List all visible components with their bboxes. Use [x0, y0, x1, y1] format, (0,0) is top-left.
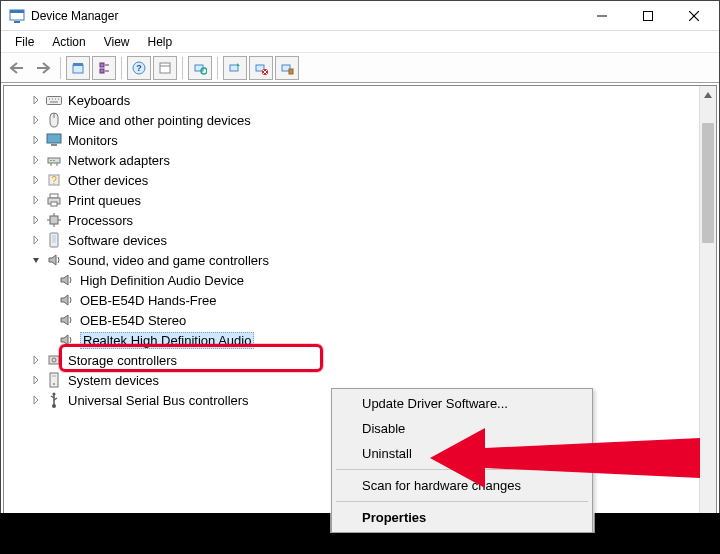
tree-node-print-queues[interactable]: Print queues: [12, 190, 699, 210]
cpu-icon: [46, 212, 62, 228]
svg-rect-33: [47, 134, 61, 143]
speaker-icon: [58, 292, 74, 308]
chevron-down-icon[interactable]: [30, 254, 42, 266]
speaker-icon: [46, 252, 62, 268]
chevron-right-icon[interactable]: [30, 194, 42, 206]
chevron-right-icon[interactable]: [30, 234, 42, 246]
toolbar-back-button[interactable]: [5, 56, 29, 80]
menu-view[interactable]: View: [96, 33, 138, 51]
svg-rect-44: [51, 202, 57, 206]
tree-node-processors[interactable]: Processors: [12, 210, 699, 230]
tree-node-monitors[interactable]: Monitors: [12, 130, 699, 150]
chevron-right-icon[interactable]: [30, 154, 42, 166]
svg-rect-42: [50, 194, 58, 198]
toolbar-button-1[interactable]: [66, 56, 90, 80]
tree-node-hd-audio[interactable]: High Definition Audio Device: [12, 270, 699, 290]
tree-label: OEB-E54D Stereo: [80, 313, 186, 328]
toolbar-disable-button[interactable]: [249, 56, 273, 80]
monitor-icon: [46, 132, 62, 148]
svg-rect-9: [100, 63, 104, 67]
tree-node-oeb-handsfree[interactable]: OEB-E54D Hands-Free: [12, 290, 699, 310]
tree-label: System devices: [68, 373, 159, 388]
context-separator: [336, 469, 588, 470]
svg-rect-10: [100, 69, 104, 73]
tree-label: Monitors: [68, 133, 118, 148]
tree-node-realtek-audio[interactable]: Realtek High Definition Audio: [12, 330, 699, 350]
tree-label: Software devices: [68, 233, 167, 248]
context-disable[interactable]: Disable: [334, 416, 590, 441]
tree-label: Print queues: [68, 193, 141, 208]
tree-node-system[interactable]: System devices: [12, 370, 699, 390]
scroll-track[interactable]: [700, 103, 716, 513]
toolbar-help-button[interactable]: ?: [127, 56, 151, 80]
svg-rect-52: [49, 356, 59, 364]
context-uninstall[interactable]: Uninstall: [334, 441, 590, 466]
speaker-icon: [58, 312, 74, 328]
svg-rect-8: [73, 63, 83, 66]
tree-label: Sound, video and game controllers: [68, 253, 269, 268]
tree-node-other[interactable]: ? Other devices: [12, 170, 699, 190]
context-scan-hardware[interactable]: Scan for hardware changes: [334, 473, 590, 498]
svg-text:?: ?: [136, 63, 142, 73]
mouse-icon: [46, 112, 62, 128]
toolbar-forward-button[interactable]: [31, 56, 55, 80]
tree-node-software-devices[interactable]: Software devices: [12, 230, 699, 250]
svg-rect-2: [14, 21, 20, 23]
titlebar: Device Manager: [1, 1, 719, 31]
svg-text:?: ?: [51, 175, 57, 186]
tree-node-oeb-stereo[interactable]: OEB-E54D Stereo: [12, 310, 699, 330]
chevron-right-icon[interactable]: [30, 354, 42, 366]
chevron-right-icon[interactable]: [30, 394, 42, 406]
toolbar-button-4[interactable]: [153, 56, 177, 80]
tree-node-network[interactable]: Network adapters: [12, 150, 699, 170]
menu-file[interactable]: File: [7, 33, 42, 51]
toolbar-button-2[interactable]: [92, 56, 116, 80]
network-icon: [46, 152, 62, 168]
tree-node-mice[interactable]: Mice and other pointing devices: [12, 110, 699, 130]
context-properties[interactable]: Properties: [334, 505, 590, 530]
system-icon: [46, 372, 62, 388]
maximize-button[interactable]: [625, 1, 671, 31]
vertical-scrollbar[interactable]: [699, 86, 716, 530]
toolbar-enable-button[interactable]: [223, 56, 247, 80]
toolbar-separator: [60, 57, 61, 79]
context-update-driver[interactable]: Update Driver Software...: [334, 391, 590, 416]
tree-node-storage[interactable]: Storage controllers: [12, 350, 699, 370]
chevron-right-icon[interactable]: [30, 374, 42, 386]
tree-node-sound[interactable]: Sound, video and game controllers: [12, 250, 699, 270]
svg-rect-1: [10, 10, 24, 13]
window-controls: [579, 1, 717, 31]
speaker-icon: [58, 272, 74, 288]
svg-rect-38: [50, 160, 52, 161]
menu-action[interactable]: Action: [44, 33, 93, 51]
tree-label: Other devices: [68, 173, 148, 188]
svg-point-59: [52, 404, 56, 408]
chevron-right-icon[interactable]: [30, 94, 42, 106]
scroll-thumb[interactable]: [702, 123, 714, 243]
svg-rect-15: [160, 63, 170, 73]
toolbar-separator: [182, 57, 183, 79]
toolbar-uninstall-button[interactable]: [275, 56, 299, 80]
usb-icon: [46, 392, 62, 408]
tree-label: High Definition Audio Device: [80, 273, 244, 288]
scroll-up-button[interactable]: [700, 86, 716, 103]
svg-rect-19: [230, 65, 238, 71]
chevron-right-icon[interactable]: [30, 174, 42, 186]
app-icon: [9, 8, 25, 24]
menu-help[interactable]: Help: [140, 33, 181, 51]
tree-label: Realtek High Definition Audio: [80, 332, 254, 349]
svg-rect-39: [53, 160, 55, 161]
close-button[interactable]: [671, 1, 717, 31]
tree-label: Mice and other pointing devices: [68, 113, 251, 128]
tree-node-keyboards[interactable]: Keyboards: [12, 90, 699, 110]
minimize-button[interactable]: [579, 1, 625, 31]
svg-rect-34: [51, 144, 57, 146]
storage-icon: [46, 352, 62, 368]
chevron-right-icon[interactable]: [30, 134, 42, 146]
speaker-icon: [58, 332, 74, 348]
svg-rect-51: [52, 235, 56, 243]
svg-rect-7: [73, 65, 83, 73]
chevron-right-icon[interactable]: [30, 114, 42, 126]
chevron-right-icon[interactable]: [30, 214, 42, 226]
toolbar-scan-button[interactable]: [188, 56, 212, 80]
